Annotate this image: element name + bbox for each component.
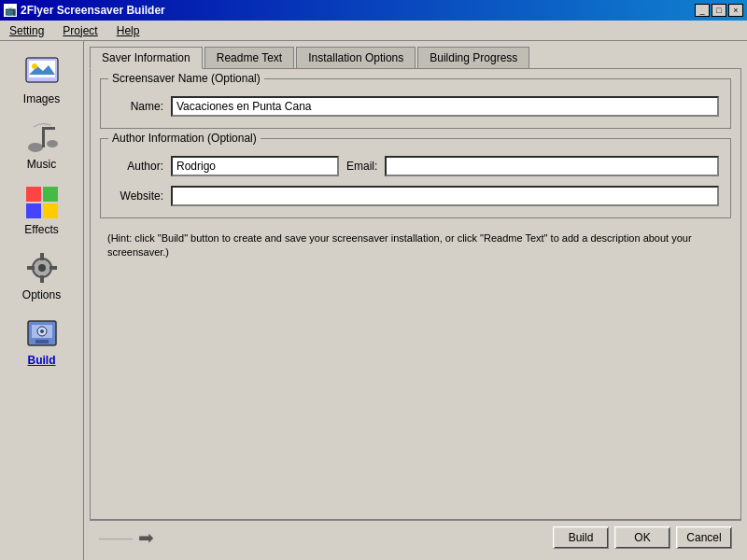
bottom-bar: ―― ➡ Build OK Cancel bbox=[90, 520, 741, 554]
effects-icon bbox=[23, 184, 61, 221]
sidebar-item-build[interactable]: Build bbox=[5, 310, 79, 371]
sidebar-item-options[interactable]: Options bbox=[5, 245, 79, 306]
title-bar: 📺 2Flyer Screensaver Builder _ □ × bbox=[0, 0, 747, 21]
tab-panel-saver-info: Screensaver Name (Optional) Name: Author… bbox=[90, 68, 741, 520]
screensaver-name-group: Screensaver Name (Optional) Name: bbox=[100, 78, 731, 129]
tab-building-progress[interactable]: Building Progress bbox=[417, 47, 529, 69]
title-text: 2Flyer Screensaver Builder bbox=[21, 4, 165, 17]
website-row: Website: bbox=[112, 186, 719, 206]
main-layout: Images Music bbox=[0, 41, 747, 560]
svg-point-13 bbox=[38, 264, 46, 272]
cancel-button[interactable]: Cancel bbox=[676, 526, 732, 549]
menu-help[interactable]: Help bbox=[111, 22, 146, 39]
separator-lines-icon: ―― bbox=[99, 528, 133, 548]
svg-point-4 bbox=[28, 143, 43, 152]
menu-setting-label: Setting bbox=[9, 24, 44, 37]
title-bar-controls[interactable]: _ □ × bbox=[695, 4, 743, 17]
author-info-group: Author Information (Optional) Author: Em… bbox=[100, 138, 731, 218]
name-input[interactable] bbox=[171, 96, 719, 117]
email-input[interactable] bbox=[385, 156, 719, 176]
svg-rect-9 bbox=[43, 187, 58, 202]
email-label: Email: bbox=[346, 160, 377, 173]
website-label: Website: bbox=[112, 189, 163, 203]
author-label: Author: bbox=[112, 160, 163, 173]
sidebar-item-effects[interactable]: Effects bbox=[5, 179, 79, 241]
tab-saver-information-label: Saver Information bbox=[102, 51, 190, 64]
sidebar-effects-label: Effects bbox=[24, 223, 58, 236]
minimize-button[interactable]: _ bbox=[695, 4, 710, 17]
app-icon: 📺 bbox=[4, 4, 17, 17]
author-info-legend: Author Information (Optional) bbox=[108, 132, 261, 145]
images-icon bbox=[23, 53, 61, 91]
build-icon bbox=[23, 315, 61, 352]
menu-help-label: Help bbox=[117, 24, 140, 37]
svg-point-5 bbox=[47, 140, 58, 147]
name-row: Name: bbox=[112, 96, 719, 117]
title-bar-left: 📺 2Flyer Screensaver Builder bbox=[4, 4, 165, 17]
email-section: Email: bbox=[346, 156, 719, 176]
sidebar-item-images[interactable]: Images bbox=[5, 49, 79, 110]
sidebar-build-label: Build bbox=[28, 354, 56, 367]
name-label: Name: bbox=[112, 100, 163, 113]
tab-installation-options[interactable]: Installation Options bbox=[296, 47, 416, 69]
maximize-button[interactable]: □ bbox=[712, 4, 726, 17]
arrow-icon: ➡ bbox=[138, 526, 154, 549]
sidebar-item-music[interactable]: Music bbox=[5, 114, 79, 175]
author-input[interactable] bbox=[171, 156, 339, 176]
sidebar-options-label: Options bbox=[22, 288, 61, 301]
svg-point-22 bbox=[40, 329, 44, 333]
tab-bar: Saver Information Readme Text Installati… bbox=[90, 47, 741, 69]
sidebar: Images Music bbox=[0, 41, 84, 560]
svg-rect-7 bbox=[42, 127, 55, 130]
svg-rect-15 bbox=[40, 275, 44, 283]
sidebar-images-label: Images bbox=[23, 92, 60, 105]
tab-building-progress-label: Building Progress bbox=[430, 51, 517, 64]
hint-text: (Hint: click "Build" button to create an… bbox=[100, 228, 731, 264]
options-icon bbox=[23, 249, 61, 287]
tab-readme-text[interactable]: Readme Text bbox=[204, 47, 294, 69]
svg-rect-14 bbox=[40, 253, 44, 260]
close-button[interactable]: × bbox=[728, 4, 743, 17]
ok-button[interactable]: OK bbox=[614, 526, 670, 549]
menu-project[interactable]: Project bbox=[57, 22, 103, 39]
svg-rect-20 bbox=[35, 340, 49, 343]
music-icon bbox=[23, 119, 61, 156]
svg-point-3 bbox=[32, 63, 37, 69]
tab-installation-options-label: Installation Options bbox=[308, 51, 403, 64]
sidebar-music-label: Music bbox=[27, 158, 56, 171]
svg-rect-8 bbox=[26, 187, 41, 202]
svg-rect-6 bbox=[42, 127, 45, 147]
svg-rect-11 bbox=[43, 203, 58, 218]
content-area: Saver Information Readme Text Installati… bbox=[84, 41, 747, 560]
tab-saver-information[interactable]: Saver Information bbox=[90, 47, 203, 69]
author-row: Author: Email: bbox=[112, 156, 719, 176]
bottom-buttons: Build OK Cancel bbox=[553, 526, 732, 549]
menu-setting[interactable]: Setting bbox=[4, 22, 49, 39]
tab-readme-text-label: Readme Text bbox=[217, 51, 282, 64]
bottom-left: ―― ➡ bbox=[99, 526, 154, 549]
screensaver-name-legend: Screensaver Name (Optional) bbox=[108, 72, 264, 85]
build-button[interactable]: Build bbox=[553, 526, 609, 549]
svg-rect-17 bbox=[49, 266, 57, 270]
svg-rect-16 bbox=[27, 266, 35, 270]
menu-bar: Setting Project Help bbox=[0, 21, 747, 41]
website-input[interactable] bbox=[171, 186, 719, 206]
svg-rect-10 bbox=[26, 203, 41, 218]
menu-project-label: Project bbox=[63, 24, 97, 37]
